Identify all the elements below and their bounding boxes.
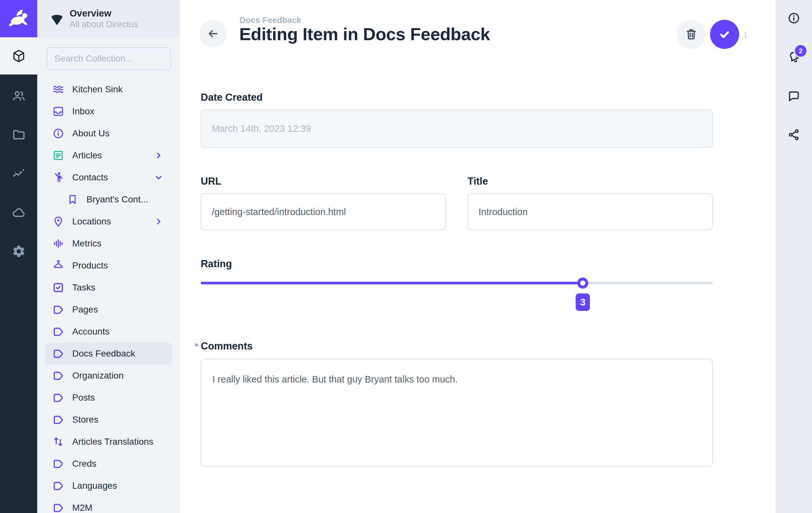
page-title: Editing Item in Docs Feedback (239, 24, 490, 44)
label-icon (52, 370, 64, 382)
date-created-input[interactable] (201, 110, 713, 148)
title-input[interactable] (467, 193, 713, 230)
chevron-right-icon[interactable] (154, 217, 164, 226)
right-sidebar: 2 (776, 0, 812, 513)
insights-icon (12, 167, 26, 181)
sidebar-item-organization[interactable]: Organization (45, 365, 172, 387)
rightbar-notifications-button[interactable]: 2 (776, 50, 812, 64)
sidebar-item-label: About Us (72, 128, 164, 139)
rightbar-share-button[interactable] (776, 128, 812, 142)
module-cloud[interactable] (0, 193, 37, 232)
chevron-down-icon[interactable] (154, 173, 164, 182)
notifications-badge: 2 (795, 45, 807, 57)
sidebar-item-label: M2M (72, 503, 164, 513)
collection-search-input[interactable] (47, 48, 170, 69)
share-icon (787, 128, 801, 142)
module-users[interactable] (0, 77, 37, 115)
more-options-button[interactable] (742, 27, 750, 44)
place-icon (52, 216, 64, 228)
label-icon (52, 304, 64, 316)
sidebar-item-languages[interactable]: Languages (45, 475, 172, 497)
check-icon (717, 27, 732, 42)
sidebar-item-bryant-s-cont[interactable]: Bryant's Cont... (45, 189, 172, 210)
collection-search (47, 47, 171, 70)
main-content: Docs Feedback Editing Item in Docs Feedb… (180, 0, 776, 513)
sidebar-item-contacts[interactable]: Contacts (45, 167, 172, 189)
sidebar-item-pages[interactable]: Pages (45, 298, 172, 321)
sidebar-header[interactable]: Overview All about Directus (37, 0, 180, 37)
chevron-right-icon[interactable] (154, 151, 164, 160)
rating-slider-thumb[interactable] (577, 278, 588, 289)
hanger-icon (52, 259, 64, 272)
delete-button[interactable] (677, 20, 706, 49)
sidebar-item-posts[interactable]: Posts (45, 387, 172, 409)
task-icon (52, 281, 64, 294)
bookmark-icon (66, 193, 79, 206)
sidebar-item-label: Locations (72, 216, 154, 227)
sidebar-item-stores[interactable]: Stores (45, 409, 172, 431)
collection-list: Kitchen SinkInboxAbout UsArticlesContact… (37, 78, 180, 513)
sidebar: Overview All about Directus Kitchen Sink… (37, 0, 180, 513)
sidebar-item-label: Accounts (72, 326, 164, 337)
rating-slider-fill (201, 282, 583, 284)
settings-icon (12, 244, 26, 258)
sidebar-item-creds[interactable]: Creds (45, 453, 172, 475)
sidebar-item-label: Inbox (72, 106, 164, 117)
label-icon (52, 325, 64, 338)
back-button[interactable] (199, 20, 227, 47)
comments-edited-dot (195, 343, 198, 346)
sidebar-item-label: Creds (72, 459, 164, 469)
module-content-active[interactable] (0, 37, 37, 75)
sidebar-item-label: Metrics (72, 238, 164, 249)
sidebar-item-articles[interactable]: Articles (45, 144, 172, 167)
sidebar-item-label: Languages (72, 481, 164, 491)
equalizer-icon (52, 237, 64, 250)
rating-slider[interactable]: 3 (201, 274, 713, 316)
sidebar-item-articles-translations[interactable]: Articles Translations (45, 431, 172, 453)
sidebar-item-label: Contacts (72, 172, 154, 183)
save-button[interactable] (710, 20, 739, 49)
sidebar-item-metrics[interactable]: Metrics (45, 232, 172, 255)
sidebar-item-label: Articles (72, 150, 154, 161)
comments-textarea[interactable]: I really liked this article. But that gu… (201, 359, 713, 467)
rightbar-comments-button[interactable] (776, 89, 812, 103)
comments-label: Comments (201, 340, 253, 352)
sidebar-item-about-us[interactable]: About Us (45, 122, 172, 144)
cube-icon (11, 49, 26, 63)
rabbit-icon (7, 7, 30, 30)
fan-icon (50, 11, 64, 26)
sidebar-item-locations[interactable]: Locations (45, 210, 172, 232)
module-settings[interactable] (0, 232, 37, 271)
waves-icon (52, 83, 64, 95)
module-insights[interactable] (0, 154, 37, 193)
sidebar-item-docs-feedback[interactable]: Docs Feedback (45, 343, 172, 365)
label-icon (52, 347, 64, 360)
trash-icon (685, 28, 698, 41)
sidebar-item-label: Bryant's Cont... (86, 194, 164, 205)
sidebar-item-inbox[interactable]: Inbox (45, 101, 172, 122)
sidebar-item-label: Docs Feedback (72, 348, 164, 359)
sidebar-item-tasks[interactable]: Tasks (45, 277, 172, 298)
module-folder[interactable] (0, 115, 37, 154)
rating-value: 3 (580, 297, 586, 308)
folder-icon (12, 127, 26, 142)
date-created-label: Date Created (201, 92, 263, 103)
url-input[interactable] (201, 193, 446, 230)
app-logo[interactable] (0, 0, 37, 37)
url-label: URL (201, 175, 222, 187)
sidebar-item-kitchen-sink[interactable]: Kitchen Sink (45, 78, 172, 101)
label-icon (52, 458, 64, 470)
info-icon (52, 127, 64, 140)
sidebar-item-products[interactable]: Products (45, 255, 172, 277)
module-list (0, 77, 37, 271)
sidebar-item-label: Organization (72, 370, 164, 381)
cloud-icon (12, 205, 26, 220)
sidebar-item-m2m[interactable]: M2M (45, 497, 172, 513)
users-icon (12, 89, 26, 103)
rightbar-item-info-button[interactable] (776, 11, 812, 25)
label-icon (52, 502, 64, 513)
info-icon (787, 11, 801, 25)
sidebar-title: Overview (69, 8, 138, 19)
person-waving-icon (52, 171, 64, 183)
sidebar-item-accounts[interactable]: Accounts (45, 321, 172, 343)
